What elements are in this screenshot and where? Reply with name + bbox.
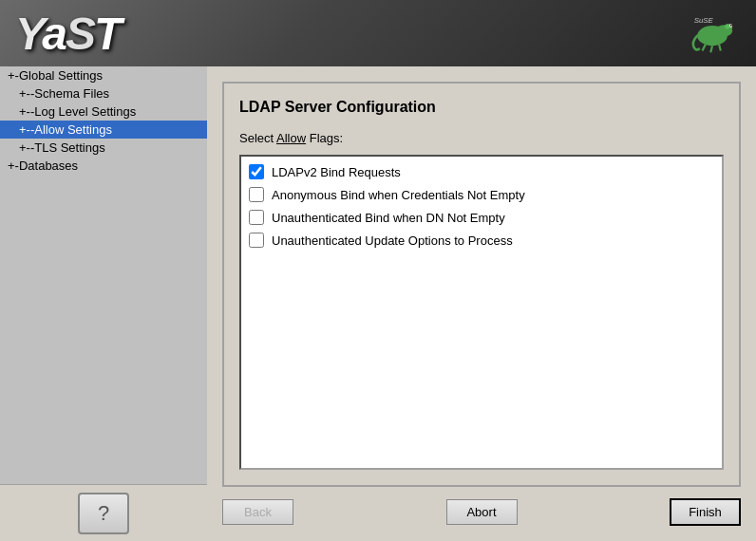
logo-letter-a: a	[42, 9, 66, 59]
help-button[interactable]: ?	[78, 493, 129, 534]
sidebar-item-log-level-settings[interactable]: +--Log Level Settings	[0, 103, 207, 121]
flag-item-unauth-bind: Unauthenticated Bind when DN Not Empty	[249, 210, 714, 225]
flag-checkbox-unauth-update[interactable]	[249, 233, 264, 248]
sidebar-item-allow-settings[interactable]: +--Allow Settings	[0, 121, 207, 139]
flag-item-unauth-update: Unauthenticated Update Options to Proces…	[249, 233, 714, 248]
finish-button[interactable]: Finish	[670, 498, 741, 526]
content-area: LDAP Server Configuration Select Allow F…	[207, 66, 756, 541]
logo-letter-s: S	[66, 9, 94, 59]
suse-chameleon-icon: SuSE	[687, 12, 738, 54]
logo-letter-y: Y	[15, 9, 42, 59]
bottom-bar: ?	[0, 484, 207, 541]
svg-point-4	[730, 25, 732, 27]
flag-checkbox-anon-bind[interactable]	[249, 187, 264, 202]
svg-text:SuSE: SuSE	[694, 16, 714, 25]
flag-item-anon-bind: Anonymous Bind when Credentials Not Empt…	[249, 187, 714, 202]
flag-label-unauth-bind[interactable]: Unauthenticated Bind when DN Not Empty	[272, 211, 505, 225]
sidebar-item-tls-settings[interactable]: +--TLS Settings	[0, 139, 207, 157]
flag-label-ldapv2[interactable]: LDAPv2 Bind Requests	[272, 165, 401, 179]
flag-label-anon-bind[interactable]: Anonymous Bind when Credentials Not Empt…	[272, 188, 525, 202]
allow-flags-label: Select Allow Flags:	[239, 131, 724, 145]
main-layout: +-Global Settings +--Schema Files +--Log…	[0, 66, 756, 541]
sidebar-item-schema-files[interactable]: +--Schema Files	[0, 84, 207, 103]
sidebar: +-Global Settings +--Schema Files +--Log…	[0, 66, 207, 541]
flag-label-unauth-update[interactable]: Unauthenticated Update Options to Proces…	[272, 233, 513, 248]
content-panel: LDAP Server Configuration Select Allow F…	[222, 82, 741, 487]
abort-button[interactable]: Abort	[446, 499, 518, 525]
back-button[interactable]: Back	[222, 499, 293, 525]
flags-box: LDAPv2 Bind Requests Anonymous Bind when…	[239, 155, 724, 470]
help-icon: ?	[98, 501, 109, 526]
flag-checkbox-unauth-bind[interactable]	[249, 210, 264, 225]
flag-item-ldapv2: LDAPv2 Bind Requests	[249, 164, 714, 179]
header: YaST SuSE	[0, 0, 756, 66]
sidebar-item-databases[interactable]: +-Databases	[0, 157, 207, 175]
svg-line-7	[719, 44, 721, 50]
flag-checkbox-ldapv2[interactable]	[249, 164, 264, 179]
sidebar-item-global-settings[interactable]: +-Global Settings	[0, 66, 207, 84]
svg-line-6	[710, 46, 712, 52]
allow-underline: Allow	[276, 131, 306, 145]
yast-logo: YaST	[15, 8, 120, 60]
logo-letter-t: T	[94, 9, 120, 59]
svg-point-8	[725, 24, 729, 28]
action-bar: Back Abort Finish	[222, 487, 741, 526]
panel-title: LDAP Server Configuration	[239, 99, 724, 116]
svg-line-5	[702, 44, 706, 50]
suse-logo: SuSE	[684, 9, 741, 57]
sidebar-wrapper: +-Global Settings +--Schema Files +--Log…	[0, 66, 207, 541]
